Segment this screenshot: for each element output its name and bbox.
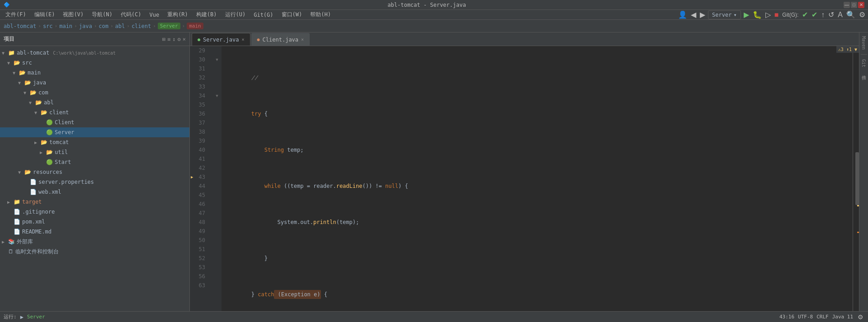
folder-icon: 📂 bbox=[19, 70, 26, 76]
tree-item-com[interactable]: ▼ 📂 com bbox=[0, 88, 189, 98]
sidebar-icon-expand[interactable]: ≡ bbox=[167, 36, 170, 42]
line-num-36: 36 bbox=[190, 109, 209, 118]
tree-item-server-properties[interactable]: ▶ 📄 server.properties bbox=[0, 177, 189, 187]
git-check2[interactable]: ✔ bbox=[811, 9, 818, 20]
code-editor[interactable]: // try { String temp; while ((temp = rea… bbox=[222, 46, 853, 311]
tree-path: C:\work\java\abl-tomcat bbox=[53, 51, 115, 56]
back-button[interactable]: ◀ bbox=[690, 9, 697, 20]
tab-close-client[interactable]: × bbox=[301, 37, 304, 42]
right-tab-maven[interactable]: Maven bbox=[860, 34, 867, 51]
breadcrumb-java[interactable]: java bbox=[79, 23, 92, 29]
tree-item-tomcat-folder[interactable]: ▶ 📂 tomcat bbox=[0, 137, 189, 147]
tab-icon-client: ● bbox=[257, 37, 260, 42]
maximize-button[interactable]: □ bbox=[851, 2, 857, 8]
coverage-button[interactable]: ▷ bbox=[764, 9, 772, 20]
breadcrumb-abl[interactable]: abl bbox=[115, 23, 125, 29]
code-line-29: // bbox=[225, 73, 849, 82]
warning-count: ⚠3 ⬆1 ▼ bbox=[836, 46, 859, 53]
run-button[interactable]: ▶ bbox=[743, 9, 750, 20]
breadcrumb-main-method[interactable]: main bbox=[187, 23, 203, 29]
java-file-icon: 🟢 bbox=[46, 119, 53, 126]
menu-edit[interactable]: 编辑(E) bbox=[31, 10, 59, 19]
tree-item-web-xml[interactable]: ▶ 📄 web.xml bbox=[0, 187, 189, 197]
tab-close-server[interactable]: × bbox=[242, 37, 245, 42]
menu-run[interactable]: 运行(U) bbox=[222, 10, 250, 19]
tree-item-start-java[interactable]: ▶ 🟢 Start bbox=[0, 157, 189, 167]
tree-label-target: target bbox=[22, 199, 42, 205]
close-button[interactable]: ✕ bbox=[858, 2, 864, 8]
menu-code[interactable]: 代码(C) bbox=[117, 10, 145, 19]
tree-item-external-libs[interactable]: ▶ 📚 外部库 bbox=[0, 237, 189, 247]
menu-git[interactable]: Git(G) bbox=[250, 11, 277, 19]
line-num-38: 38 bbox=[190, 127, 209, 136]
tree-item-util-folder[interactable]: ▶ 📂 util bbox=[0, 147, 189, 157]
gutter-fold-catch[interactable]: ▼ bbox=[212, 91, 222, 100]
tree-label-server-java: Server bbox=[55, 129, 74, 135]
titlebar-controls[interactable]: — □ ✕ bbox=[844, 2, 864, 8]
forward-button[interactable]: ▶ bbox=[699, 9, 706, 20]
git-check1[interactable]: ✔ bbox=[801, 9, 809, 20]
chevron-down-icon: ▼ bbox=[2, 51, 6, 56]
tree-item-client-folder[interactable]: ▼ 📂 client bbox=[0, 107, 189, 117]
java-file-icon-server: 🟢 bbox=[46, 129, 53, 135]
tree-label-readme: README.md bbox=[22, 229, 52, 235]
app-icon: 🔷 bbox=[4, 2, 10, 8]
tree-label-web-xml: web.xml bbox=[38, 189, 61, 195]
menu-help[interactable]: 帮助(H) bbox=[307, 10, 335, 19]
status-server-label[interactable]: Server bbox=[27, 314, 45, 320]
tree-item-root[interactable]: ▼ 📁 abl-tomcat C:\work\java\abl-tomcat bbox=[0, 48, 189, 58]
tree-item-src[interactable]: ▼ 📂 src bbox=[0, 58, 189, 68]
temp-files-icon: 🗒 bbox=[8, 248, 14, 255]
breadcrumb-src[interactable]: src bbox=[43, 23, 53, 29]
right-tab-git[interactable]: Git bbox=[860, 57, 867, 69]
sidebar-icon-close[interactable]: × bbox=[183, 36, 186, 42]
run-config[interactable]: Server ▾ bbox=[708, 10, 741, 19]
sidebar-icon-settings[interactable]: ⚙ bbox=[178, 36, 181, 42]
breadcrumb-com[interactable]: com bbox=[99, 23, 108, 29]
statusbar: 运行: ▶ Server 43:16 UTF-8 CRLF Java 11 ⚙ bbox=[0, 311, 868, 322]
stop-button[interactable]: ■ bbox=[774, 10, 780, 20]
debug-button[interactable]: 🐛 bbox=[752, 9, 763, 20]
minimize-button[interactable]: — bbox=[844, 2, 850, 8]
menu-file[interactable]: 文件(F) bbox=[2, 10, 30, 19]
tree-item-pom-xml[interactable]: ▶ 📄 pom.xml bbox=[0, 217, 189, 227]
right-tab-extra[interactable]: 插件 bbox=[860, 70, 868, 74]
menu-refactor[interactable]: 重构(R) bbox=[164, 10, 192, 19]
tree-label-client-folder: client bbox=[49, 109, 69, 116]
menu-navigate[interactable]: 导航(N) bbox=[88, 10, 116, 19]
search-button[interactable]: 🔍 bbox=[845, 9, 856, 20]
tab-server-java[interactable]: ● Server.java × bbox=[192, 33, 250, 46]
breadcrumb-server[interactable]: Server bbox=[158, 23, 180, 29]
sidebar-icon-layout[interactable]: ⊞ bbox=[162, 36, 165, 42]
tree-item-client-java[interactable]: ▶ 🟢 Client bbox=[0, 117, 189, 127]
status-crlf: CRLF bbox=[816, 314, 829, 320]
tab-client-java[interactable]: ● Client.java × bbox=[251, 33, 310, 46]
statusbar-settings-button[interactable]: ⚙ bbox=[857, 313, 864, 322]
menu-window[interactable]: 窗口(W) bbox=[278, 10, 306, 19]
git-arrow-up[interactable]: ↑ bbox=[820, 10, 826, 20]
menu-view[interactable]: 视图(V) bbox=[59, 10, 87, 19]
tree-item-readme[interactable]: ▶ 📄 README.md bbox=[0, 227, 189, 237]
tree-item-temp-files[interactable]: ▶ 🗒 临时文件和控制台 bbox=[0, 247, 189, 257]
tree-item-main[interactable]: ▼ 📂 main bbox=[0, 68, 189, 78]
translate-button[interactable]: A bbox=[837, 10, 844, 20]
folder-icon: 📂 bbox=[24, 169, 31, 175]
settings-button[interactable]: ⚙ bbox=[858, 9, 866, 20]
scroll-indicator[interactable]: ⚠3 ⬆1 ▼ bbox=[853, 46, 859, 311]
tree-item-abl[interactable]: ▼ 📂 abl bbox=[0, 98, 189, 107]
git-history[interactable]: ↺ bbox=[827, 9, 835, 20]
profile-button[interactable]: 👤 bbox=[677, 9, 688, 20]
breadcrumb-main[interactable]: main bbox=[59, 23, 72, 29]
breadcrumb-client[interactable]: client bbox=[132, 23, 151, 29]
code-content: // try { String temp; while ((temp = rea… bbox=[222, 46, 853, 311]
tree-item-server-java[interactable]: ▶ 🟢 Server bbox=[0, 127, 189, 137]
menu-vue[interactable]: Vue bbox=[146, 11, 163, 19]
sidebar-icon-sort[interactable]: ↕ bbox=[172, 36, 175, 42]
tree-item-java[interactable]: ▼ 📂 java bbox=[0, 78, 189, 88]
menu-build[interactable]: 构建(B) bbox=[193, 10, 221, 19]
tree-item-target[interactable]: ▶ 📁 target bbox=[0, 197, 189, 207]
gutter-fold-try[interactable]: ▼ bbox=[212, 55, 222, 64]
tree-item-gitignore[interactable]: ▶ 📄 .gitignore bbox=[0, 207, 189, 217]
breadcrumb-project[interactable]: abl-tomcat bbox=[4, 23, 36, 29]
tree-item-resources[interactable]: ▼ 📂 resources bbox=[0, 167, 189, 177]
